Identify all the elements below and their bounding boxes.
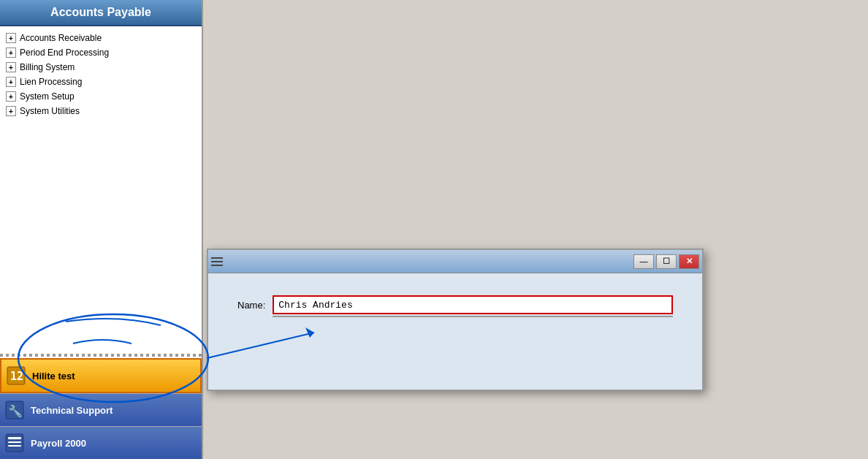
name-form-row: Name: xyxy=(237,295,673,314)
nav-item-label-0: Accounts Receivable xyxy=(20,33,102,43)
nav-item-5[interactable]: +System Utilities xyxy=(1,104,200,118)
svg-rect-6 xyxy=(8,441,21,443)
nav-item-1[interactable]: +Period End Processing xyxy=(1,45,200,60)
expand-icon-1[interactable]: + xyxy=(6,48,16,58)
dialog-menu-icon[interactable] xyxy=(211,254,226,269)
nav-item-2[interactable]: +Billing System xyxy=(1,60,200,75)
maximize-button[interactable]: ☐ xyxy=(656,254,677,269)
expand-icon-2[interactable]: + xyxy=(6,62,16,72)
sidebar-btn-tech-support[interactable]: 🔧 Technical Support xyxy=(0,393,202,426)
sidebar-divider xyxy=(0,354,202,357)
name-label: Name: xyxy=(237,300,265,311)
nav-item-label-3: Lien Processing xyxy=(20,77,82,87)
hilite-label: Hilite test xyxy=(32,371,75,382)
tech-support-label: Technical Support xyxy=(31,405,113,416)
name-input[interactable] xyxy=(273,295,673,314)
hilite-icon: 12 xyxy=(6,365,26,386)
sidebar-bottom: 12 Hilite test 🔧 Technical Support xyxy=(0,358,202,459)
sidebar-btn-payroll[interactable]: Payroll 2000 xyxy=(0,426,202,459)
sidebar: Accounts Payable +Accounts Receivable+Pe… xyxy=(0,0,203,459)
nav-item-4[interactable]: +System Setup xyxy=(1,89,200,104)
sidebar-nav: +Accounts Receivable+Period End Processi… xyxy=(0,26,202,352)
sidebar-header: Accounts Payable xyxy=(0,0,202,26)
dialog-body: Name: xyxy=(208,273,702,329)
nav-item-label-5: System Utilities xyxy=(20,106,80,116)
dialog-window: — ☐ ✕ Name: xyxy=(207,249,704,391)
payroll-label: Payroll 2000 xyxy=(31,438,86,449)
svg-text:🔧: 🔧 xyxy=(8,404,23,418)
close-button[interactable]: ✕ xyxy=(679,254,699,269)
nav-item-3[interactable]: +Lien Processing xyxy=(1,75,200,89)
expand-icon-3[interactable]: + xyxy=(6,77,16,87)
minimize-button[interactable]: — xyxy=(633,254,654,269)
dialog-controls: — ☐ ✕ xyxy=(633,254,699,269)
sidebar-btn-hilite[interactable]: 12 Hilite test xyxy=(0,358,202,393)
expand-icon-0[interactable]: + xyxy=(6,33,16,43)
svg-rect-5 xyxy=(8,437,21,439)
nav-item-0[interactable]: +Accounts Receivable xyxy=(1,31,200,45)
svg-rect-7 xyxy=(8,445,21,447)
input-underline xyxy=(273,316,673,317)
expand-icon-4[interactable]: + xyxy=(6,91,16,102)
payroll-icon xyxy=(4,433,25,453)
dialog-titlebar: — ☐ ✕ xyxy=(208,250,702,273)
dialog-titlebar-left xyxy=(211,254,230,269)
expand-icon-5[interactable]: + xyxy=(6,106,16,116)
name-input-wrapper xyxy=(273,295,673,314)
nav-item-label-1: Period End Processing xyxy=(20,48,109,58)
tech-support-icon: 🔧 xyxy=(4,400,25,420)
svg-text:12: 12 xyxy=(10,370,23,383)
nav-item-label-4: System Setup xyxy=(20,91,75,102)
nav-item-label-2: Billing System xyxy=(20,62,75,72)
